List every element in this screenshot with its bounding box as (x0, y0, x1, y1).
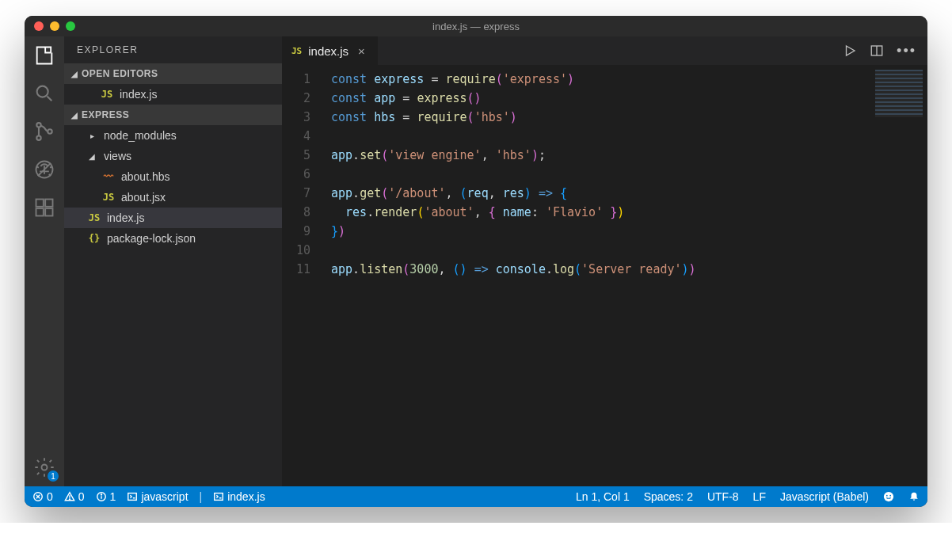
maximize-window-button[interactable] (66, 21, 75, 31)
search-icon[interactable] (33, 82, 55, 105)
chevron-down-icon: ◢ (69, 111, 80, 120)
status-bar: 0 0 1 javascript | index.js Ln 1, Col 1 … (25, 486, 927, 507)
open-editors-label: OPEN EDITORS (82, 68, 158, 79)
indentation[interactable]: Spaces: 2 (644, 490, 693, 503)
svg-rect-8 (36, 208, 44, 215)
language-mode[interactable]: Javascript (Babel) (780, 490, 869, 503)
settings-badge: 1 (48, 470, 59, 482)
file-icon: JS (86, 212, 102, 223)
chevron-icon: ▸ (86, 131, 97, 140)
window-controls (34, 21, 75, 31)
eol[interactable]: LF (753, 490, 766, 503)
svg-point-3 (48, 129, 51, 133)
split-editor-icon[interactable] (870, 44, 884, 58)
file-icon: JS (101, 192, 116, 203)
open-editors-header[interactable]: ◢ OPEN EDITORS (64, 63, 282, 84)
warnings-count[interactable]: 0 (64, 490, 85, 503)
file-name: views (104, 150, 131, 162)
status-file[interactable]: index.js (213, 490, 265, 503)
tab-label: index.js (308, 44, 348, 58)
editor-group: JS index.js × ••• 1234567891011 const ex… (282, 36, 927, 486)
file-icon: 〰 (101, 171, 116, 182)
extensions-icon[interactable] (33, 196, 55, 219)
svg-rect-9 (45, 208, 52, 215)
feedback-icon[interactable] (883, 491, 894, 502)
encoding[interactable]: UTF-8 (707, 490, 739, 503)
more-actions-icon[interactable]: ••• (897, 43, 916, 59)
debug-icon[interactable] (33, 158, 55, 181)
titlebar[interactable]: index.js — express (25, 16, 927, 36)
svg-point-18 (101, 494, 101, 495)
source-control-icon[interactable] (33, 120, 55, 143)
errors-count[interactable]: 0 (32, 490, 53, 503)
minimap[interactable] (875, 70, 923, 117)
file-tree-item[interactable]: {}package-lock.json (64, 228, 282, 249)
svg-point-21 (884, 492, 893, 501)
file-tree-item[interactable]: JSindex.js (64, 208, 282, 228)
line-number-gutter: 1234567891011 (282, 65, 323, 486)
file-name: index.js (107, 211, 144, 224)
notifications-icon[interactable] (908, 491, 920, 502)
svg-point-23 (889, 495, 891, 497)
svg-point-1 (36, 123, 40, 127)
cursor-position[interactable]: Ln 1, Col 1 (576, 490, 630, 503)
svg-point-2 (36, 135, 40, 139)
file-icon: JS (99, 89, 115, 100)
minimize-window-button[interactable] (50, 21, 59, 31)
window-title: index.js — express (25, 21, 927, 32)
explorer-icon[interactable] (33, 44, 55, 67)
svg-point-0 (37, 86, 48, 97)
workbench-body: 1 EXPLORER ◢ OPEN EDITORS JSindex.js ◢ E… (25, 36, 927, 486)
code-content[interactable]: const express = require('express')const … (323, 65, 927, 486)
file-name: about.jsx (121, 191, 166, 204)
svg-rect-7 (45, 200, 52, 207)
svg-point-22 (886, 495, 888, 497)
file-name: node_modules (104, 129, 177, 142)
chevron-icon: ◢ (86, 152, 97, 161)
info-count[interactable]: 1 (96, 490, 116, 503)
close-window-button[interactable] (34, 21, 44, 31)
file-tree-item[interactable]: 〰about.hbs (64, 166, 282, 187)
file-tree-item[interactable]: ◢views (64, 146, 282, 166)
project-header[interactable]: ◢ EXPRESS (64, 105, 282, 125)
svg-point-15 (69, 499, 70, 500)
editor-actions: ••• (832, 36, 927, 65)
activity-bar: 1 (25, 36, 64, 486)
file-name: package-lock.json (107, 232, 196, 245)
file-name: index.js (120, 88, 157, 101)
open-editor-item[interactable]: JSindex.js (64, 84, 282, 105)
vscode-window: index.js — express (25, 16, 927, 507)
svg-point-10 (42, 465, 48, 470)
project-label: EXPRESS (82, 109, 129, 120)
language-detect[interactable]: javascript (127, 490, 188, 503)
tab-index-js[interactable]: JS index.js × (282, 36, 379, 65)
js-file-icon: JS (291, 46, 302, 56)
tab-bar: JS index.js × ••• (282, 36, 927, 65)
file-icon: {} (86, 233, 102, 244)
chevron-down-icon: ◢ (69, 70, 80, 78)
close-tab-icon[interactable]: × (355, 44, 368, 58)
svg-rect-6 (36, 200, 44, 207)
code-editor[interactable]: 1234567891011 const express = require('e… (282, 65, 927, 486)
file-tree-item[interactable]: JSabout.jsx (64, 187, 282, 208)
file-name: about.hbs (121, 170, 170, 183)
explorer-sidebar: EXPLORER ◢ OPEN EDITORS JSindex.js ◢ EXP… (64, 36, 282, 486)
run-icon[interactable] (843, 44, 857, 58)
file-tree-item[interactable]: ▸node_modules (64, 125, 282, 146)
settings-gear-icon[interactable]: 1 (33, 456, 55, 478)
sidebar-title: EXPLORER (64, 36, 282, 63)
